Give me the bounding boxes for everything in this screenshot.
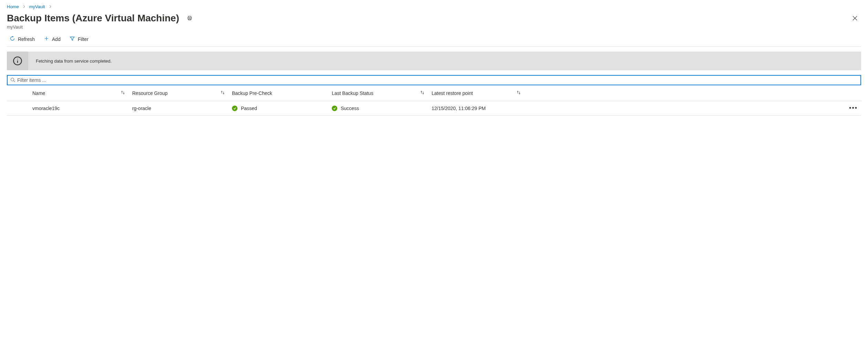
filter-input[interactable]: [15, 77, 858, 84]
sort-icon: [420, 90, 425, 96]
cell-last-status: Success: [341, 106, 359, 111]
column-name[interactable]: Name: [32, 90, 132, 96]
page-title: Backup Items (Azure Virtual Machine): [7, 13, 179, 24]
page-subtitle: myVault: [7, 24, 861, 30]
cell-name: vmoracle19c: [32, 106, 60, 111]
filter-input-wrap[interactable]: [7, 75, 861, 85]
refresh-label: Refresh: [18, 36, 35, 42]
column-precheck-label: Backup Pre-Check: [232, 90, 272, 96]
table-row[interactable]: vmoracle19c rg-oracle Passed Success 12/…: [7, 101, 861, 116]
column-last-label: Last Backup Status: [332, 90, 373, 96]
notification-text: Fetching data from service completed.: [36, 58, 112, 64]
add-button[interactable]: Add: [42, 35, 62, 43]
svg-point-6: [11, 78, 14, 81]
search-icon: [10, 77, 15, 83]
success-icon: [332, 106, 337, 111]
column-last-status[interactable]: Last Backup Status: [332, 90, 432, 96]
refresh-button[interactable]: Refresh: [8, 35, 36, 43]
svg-rect-0: [188, 16, 191, 17]
column-name-label: Name: [32, 90, 45, 96]
chevron-right-icon: [22, 4, 26, 9]
notification-bar: Fetching data from service completed.: [7, 52, 861, 70]
refresh-icon: [10, 36, 15, 42]
add-label: Add: [52, 36, 61, 42]
column-restore-point[interactable]: Latest restore point: [432, 90, 528, 96]
cell-precheck: Passed: [241, 106, 257, 111]
toolbar: Refresh Add Filter: [7, 30, 861, 47]
funnel-icon: [70, 36, 75, 42]
chevron-right-icon: [49, 4, 52, 9]
column-precheck[interactable]: Backup Pre-Check: [232, 90, 332, 96]
filter-label: Filter: [78, 36, 88, 42]
column-rg-label: Resource Group: [132, 90, 168, 96]
table-header: Name Resource Group Backup Pre-Check Las…: [7, 85, 861, 101]
close-icon[interactable]: [851, 14, 859, 22]
breadcrumb-vault[interactable]: myVault: [29, 4, 45, 9]
column-restore-label: Latest restore point: [432, 90, 473, 96]
info-icon: [7, 52, 28, 70]
plus-icon: [44, 36, 49, 42]
breadcrumb: Home myVault: [7, 0, 861, 12]
cell-restore-point: 12/15/2020, 11:06:29 PM: [432, 106, 486, 111]
breadcrumb-home[interactable]: Home: [7, 4, 19, 9]
more-actions-icon[interactable]: •••: [849, 105, 858, 112]
filter-button[interactable]: Filter: [68, 35, 90, 43]
sort-icon: [220, 90, 225, 96]
sort-icon: [120, 90, 125, 96]
svg-line-7: [14, 80, 15, 82]
svg-rect-2: [188, 19, 191, 20]
sort-icon: [516, 90, 521, 96]
print-icon[interactable]: [186, 14, 194, 22]
column-resource-group[interactable]: Resource Group: [132, 90, 232, 96]
cell-resource-group: rg-oracle: [132, 106, 151, 111]
success-icon: [232, 106, 237, 111]
